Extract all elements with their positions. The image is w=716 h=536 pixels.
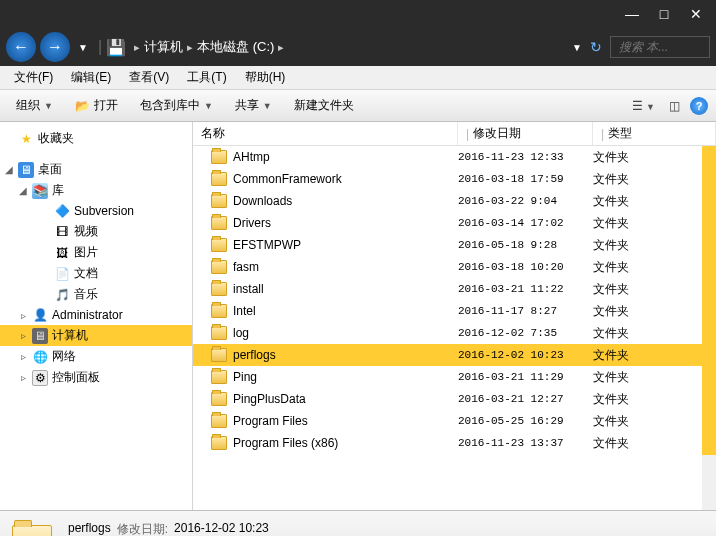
history-dropdown[interactable]: ▼ [78,42,88,53]
video-icon: 🎞 [54,224,70,240]
library-icon: 📚 [32,183,48,199]
file-name-label: Drivers [233,216,271,230]
file-date: 2016-11-23 13:37 [458,437,593,449]
share-button[interactable]: 共享▼ [227,93,280,118]
file-row[interactable]: fasm2016-03-18 10:20文件夹 [193,256,716,278]
sidebar-network[interactable]: ▹🌐网络 [0,346,192,367]
column-date[interactable]: |修改日期 [458,122,593,145]
expand-icon[interactable]: ▹ [18,330,28,341]
newfolder-button[interactable]: 新建文件夹 [286,93,362,118]
expand-icon[interactable]: ▹ [18,310,28,321]
sidebar-music[interactable]: 🎵音乐 [0,284,192,305]
sidebar-admin[interactable]: ▹👤Administrator [0,305,192,325]
folder-icon [211,172,227,186]
folder-icon [211,194,227,208]
file-type: 文件夹 [593,347,716,364]
refresh-icon[interactable]: ↻ [590,39,602,55]
chevron-right-icon[interactable]: ▸ [134,41,140,54]
file-name-label: log [233,326,249,340]
status-folder-icon [12,519,56,537]
organize-button[interactable]: 组织▼ [8,93,61,118]
file-date: 2016-03-21 11:22 [458,283,593,295]
expand-icon[interactable]: ▹ [18,351,28,362]
menu-file[interactable]: 文件(F) [6,67,61,88]
sidebar-desktop[interactable]: ◢🖥桌面 [0,159,192,180]
file-date: 2016-05-18 9:28 [458,239,593,251]
file-row[interactable]: perflogs2016-12-02 10:23文件夹 [193,344,716,366]
file-name-label: Ping [233,370,257,384]
collapse-icon[interactable]: ◢ [18,185,28,196]
breadcrumb: ▸ 计算机 ▸ 本地磁盘 (C:) ▸ [134,38,284,56]
collapse-icon[interactable]: ◢ [4,164,14,175]
svn-icon: 🔷 [54,203,70,219]
file-type: 文件夹 [593,303,716,320]
folder-icon [211,260,227,274]
file-row[interactable]: PingPlusData2016-03-21 12:27文件夹 [193,388,716,410]
search-input[interactable] [610,36,710,58]
file-type: 文件夹 [593,435,716,452]
preview-pane-button[interactable]: ◫ [665,95,684,117]
menu-help[interactable]: 帮助(H) [237,67,294,88]
menu-view[interactable]: 查看(V) [121,67,177,88]
dropdown-icon[interactable]: ▼ [572,42,582,53]
sidebar-documents[interactable]: 📄文档 [0,263,192,284]
file-name-label: CommonFramework [233,172,342,186]
column-name[interactable]: 名称 [193,122,458,145]
chevron-right-icon[interactable]: ▸ [187,41,193,54]
maximize-button[interactable]: □ [652,6,676,22]
chevron-right-icon[interactable]: ▸ [278,41,284,54]
folder-icon [211,326,227,340]
file-name-label: install [233,282,264,296]
navbar: ← → ▼ | 💾 ▸ 计算机 ▸ 本地磁盘 (C:) ▸ ▼ ↻ [0,28,716,66]
forward-button[interactable]: → [40,32,70,62]
breadcrumb-computer[interactable]: 计算机 [144,38,183,56]
file-name-label: Intel [233,304,256,318]
sidebar-pictures[interactable]: 🖼图片 [0,242,192,263]
file-row[interactable]: Downloads2016-03-22 9:04文件夹 [193,190,716,212]
scrollbar[interactable] [702,146,716,510]
expand-icon[interactable]: ▹ [18,372,28,383]
back-button[interactable]: ← [6,32,36,62]
minimize-button[interactable]: — [620,6,644,22]
file-name-label: PingPlusData [233,392,306,406]
file-name-label: perflogs [233,348,276,362]
sidebar-computer[interactable]: ▹🖥计算机 [0,325,192,346]
file-row[interactable]: Program Files (x86)2016-11-23 13:37文件夹 [193,432,716,454]
open-button[interactable]: 📂打开 [67,93,126,118]
menu-edit[interactable]: 编辑(E) [63,67,119,88]
scroll-thumb[interactable] [702,146,716,455]
file-date: 2016-03-21 11:29 [458,371,593,383]
status-date: 2016-12-02 10:23 [174,521,269,537]
sidebar-library[interactable]: ◢📚库 [0,180,192,201]
file-name-label: Program Files (x86) [233,436,338,450]
file-row[interactable]: Program Files2016-05-25 16:29文件夹 [193,410,716,432]
breadcrumb-drive[interactable]: 本地磁盘 (C:) [197,38,274,56]
close-button[interactable]: ✕ [684,6,708,22]
file-date: 2016-03-18 17:59 [458,173,593,185]
menu-tools[interactable]: 工具(T) [179,67,234,88]
sidebar-favorites[interactable]: ★收藏夹 [0,128,192,149]
sidebar-control[interactable]: ▹⚙控制面板 [0,367,192,388]
file-type: 文件夹 [593,281,716,298]
music-icon: 🎵 [54,287,70,303]
include-library-button[interactable]: 包含到库中▼ [132,93,221,118]
file-type: 文件夹 [593,325,716,342]
file-row[interactable]: Drivers2016-03-14 17:02文件夹 [193,212,716,234]
file-row[interactable]: install2016-03-21 11:22文件夹 [193,278,716,300]
file-row[interactable]: Ping2016-03-21 11:29文件夹 [193,366,716,388]
help-icon[interactable]: ? [690,97,708,115]
drive-icon: 💾 [108,39,124,55]
file-list: AHtmp2016-11-23 12:33文件夹CommonFramework2… [193,146,716,510]
pictures-icon: 🖼 [54,245,70,261]
column-type[interactable]: |类型 [593,122,716,145]
sidebar-subversion[interactable]: 🔷Subversion [0,201,192,221]
file-date: 2016-11-17 8:27 [458,305,593,317]
file-row[interactable]: CommonFramework2016-03-18 17:59文件夹 [193,168,716,190]
file-row[interactable]: Intel2016-11-17 8:27文件夹 [193,300,716,322]
file-row[interactable]: AHtmp2016-11-23 12:33文件夹 [193,146,716,168]
file-row[interactable]: EFSTMPWP2016-05-18 9:28文件夹 [193,234,716,256]
file-date: 2016-03-21 12:27 [458,393,593,405]
sidebar-video[interactable]: 🎞视频 [0,221,192,242]
view-options-button[interactable]: ☰ ▼ [628,95,659,117]
file-row[interactable]: log2016-12-02 7:35文件夹 [193,322,716,344]
